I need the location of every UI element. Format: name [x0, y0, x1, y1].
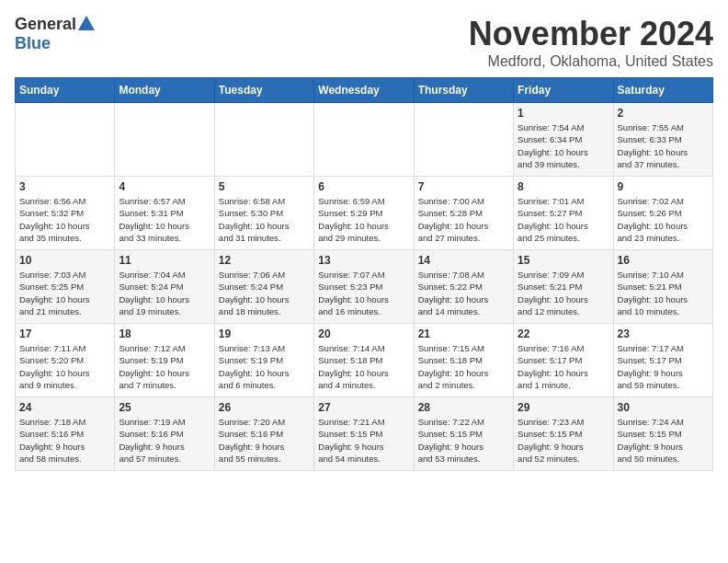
calendar-cell: 9Sunrise: 7:02 AM Sunset: 5:26 PM Daylig… [613, 177, 712, 250]
day-number: 27 [318, 401, 409, 414]
day-number: 16 [618, 254, 709, 267]
day-info: Sunrise: 6:56 AM Sunset: 5:32 PM Dayligh… [19, 195, 110, 244]
day-number: 6 [318, 180, 409, 193]
day-info: Sunrise: 7:23 AM Sunset: 5:15 PM Dayligh… [518, 416, 609, 465]
day-number: 9 [618, 180, 709, 193]
calendar-cell: 13Sunrise: 7:07 AM Sunset: 5:23 PM Dayli… [314, 250, 414, 324]
day-info: Sunrise: 6:59 AM Sunset: 5:29 PM Dayligh… [318, 195, 409, 244]
day-number: 10 [19, 254, 110, 267]
calendar-cell [115, 103, 214, 177]
column-header-wednesday: Wednesday [314, 78, 414, 103]
calendar-cell: 19Sunrise: 7:13 AM Sunset: 5:19 PM Dayli… [214, 324, 313, 397]
day-number: 4 [119, 180, 210, 193]
calendar-week-row: 1Sunrise: 7:54 AM Sunset: 6:34 PM Daylig… [16, 103, 713, 177]
day-info: Sunrise: 7:19 AM Sunset: 5:16 PM Dayligh… [119, 416, 210, 465]
day-info: Sunrise: 7:21 AM Sunset: 5:15 PM Dayligh… [318, 416, 409, 465]
day-number: 17 [19, 327, 110, 340]
day-number: 19 [219, 327, 310, 340]
day-number: 8 [518, 180, 609, 193]
day-number: 13 [318, 254, 409, 267]
calendar-week-row: 24Sunrise: 7:18 AM Sunset: 5:16 PM Dayli… [16, 397, 713, 471]
location-title: Medford, Oklahoma, United States [469, 53, 713, 70]
calendar-cell: 23Sunrise: 7:17 AM Sunset: 5:17 PM Dayli… [613, 324, 712, 397]
calendar-cell: 30Sunrise: 7:24 AM Sunset: 5:15 PM Dayli… [613, 397, 712, 471]
calendar-cell: 20Sunrise: 7:14 AM Sunset: 5:18 PM Dayli… [314, 324, 414, 397]
calendar-cell [414, 103, 513, 177]
calendar-week-row: 17Sunrise: 7:11 AM Sunset: 5:20 PM Dayli… [16, 324, 713, 397]
calendar-cell: 12Sunrise: 7:06 AM Sunset: 5:24 PM Dayli… [214, 250, 313, 324]
logo-icon [78, 16, 95, 30]
day-info: Sunrise: 7:22 AM Sunset: 5:15 PM Dayligh… [418, 416, 509, 465]
calendar-cell [16, 103, 115, 177]
day-info: Sunrise: 7:55 AM Sunset: 6:33 PM Dayligh… [618, 121, 709, 170]
column-header-saturday: Saturday [613, 78, 712, 103]
day-number: 14 [418, 254, 509, 267]
column-header-friday: Friday [514, 78, 613, 103]
day-info: Sunrise: 6:57 AM Sunset: 5:31 PM Dayligh… [119, 195, 210, 244]
svg-marker-0 [78, 16, 95, 30]
calendar-cell: 25Sunrise: 7:19 AM Sunset: 5:16 PM Dayli… [115, 397, 214, 471]
day-info: Sunrise: 7:11 AM Sunset: 5:20 PM Dayligh… [19, 342, 110, 391]
day-number: 20 [318, 327, 409, 340]
logo: General Blue [15, 15, 95, 53]
calendar-cell: 28Sunrise: 7:22 AM Sunset: 5:15 PM Dayli… [414, 397, 513, 471]
day-number: 18 [119, 327, 210, 340]
day-info: Sunrise: 7:12 AM Sunset: 5:19 PM Dayligh… [119, 342, 210, 391]
calendar-cell: 15Sunrise: 7:09 AM Sunset: 5:21 PM Dayli… [514, 250, 613, 324]
calendar-cell: 4Sunrise: 6:57 AM Sunset: 5:31 PM Daylig… [115, 177, 214, 250]
day-info: Sunrise: 7:04 AM Sunset: 5:24 PM Dayligh… [119, 269, 210, 317]
header: General Blue November 2024 Medford, Okla… [15, 15, 713, 70]
day-number: 22 [518, 327, 609, 340]
day-info: Sunrise: 7:10 AM Sunset: 5:21 PM Dayligh… [618, 269, 709, 317]
day-number: 1 [518, 107, 609, 120]
calendar-cell: 17Sunrise: 7:11 AM Sunset: 5:20 PM Dayli… [16, 324, 115, 397]
column-header-tuesday: Tuesday [214, 78, 313, 103]
logo-blue-text: Blue [15, 34, 51, 52]
day-number: 25 [119, 401, 210, 414]
calendar-cell: 18Sunrise: 7:12 AM Sunset: 5:19 PM Dayli… [115, 324, 214, 397]
day-info: Sunrise: 7:02 AM Sunset: 5:26 PM Dayligh… [618, 195, 709, 244]
calendar-cell: 6Sunrise: 6:59 AM Sunset: 5:29 PM Daylig… [314, 177, 414, 250]
calendar-table: SundayMondayTuesdayWednesdayThursdayFrid… [15, 77, 713, 471]
day-info: Sunrise: 7:16 AM Sunset: 5:17 PM Dayligh… [518, 342, 609, 391]
day-info: Sunrise: 7:13 AM Sunset: 5:19 PM Dayligh… [219, 342, 310, 391]
day-info: Sunrise: 7:03 AM Sunset: 5:25 PM Dayligh… [19, 269, 110, 317]
day-number: 28 [418, 401, 509, 414]
day-number: 15 [518, 254, 609, 267]
day-number: 12 [219, 254, 310, 267]
day-info: Sunrise: 7:07 AM Sunset: 5:23 PM Dayligh… [318, 269, 409, 317]
column-header-thursday: Thursday [414, 78, 513, 103]
title-section: November 2024 Medford, Oklahoma, United … [469, 15, 713, 70]
logo-general-text: General [15, 15, 76, 34]
calendar-cell: 8Sunrise: 7:01 AM Sunset: 5:27 PM Daylig… [514, 177, 613, 250]
day-info: Sunrise: 7:09 AM Sunset: 5:21 PM Dayligh… [518, 269, 609, 317]
calendar-cell: 10Sunrise: 7:03 AM Sunset: 5:25 PM Dayli… [16, 250, 115, 324]
calendar-cell: 29Sunrise: 7:23 AM Sunset: 5:15 PM Dayli… [514, 397, 613, 471]
calendar-cell: 5Sunrise: 6:58 AM Sunset: 5:30 PM Daylig… [214, 177, 313, 250]
day-info: Sunrise: 7:08 AM Sunset: 5:22 PM Dayligh… [418, 269, 509, 317]
day-info: Sunrise: 7:00 AM Sunset: 5:28 PM Dayligh… [418, 195, 509, 244]
day-number: 29 [518, 401, 609, 414]
day-number: 21 [418, 327, 509, 340]
calendar-cell: 22Sunrise: 7:16 AM Sunset: 5:17 PM Dayli… [514, 324, 613, 397]
calendar-week-row: 3Sunrise: 6:56 AM Sunset: 5:32 PM Daylig… [16, 177, 713, 250]
day-info: Sunrise: 7:06 AM Sunset: 5:24 PM Dayligh… [219, 269, 310, 317]
calendar-cell [214, 103, 313, 177]
calendar-cell: 21Sunrise: 7:15 AM Sunset: 5:18 PM Dayli… [414, 324, 513, 397]
day-number: 30 [618, 401, 709, 414]
day-info: Sunrise: 7:24 AM Sunset: 5:15 PM Dayligh… [618, 416, 709, 465]
day-info: Sunrise: 7:01 AM Sunset: 5:27 PM Dayligh… [518, 195, 609, 244]
calendar-cell: 24Sunrise: 7:18 AM Sunset: 5:16 PM Dayli… [16, 397, 115, 471]
day-info: Sunrise: 7:15 AM Sunset: 5:18 PM Dayligh… [418, 342, 509, 391]
day-info: Sunrise: 7:17 AM Sunset: 5:17 PM Dayligh… [618, 342, 709, 391]
day-info: Sunrise: 7:18 AM Sunset: 5:16 PM Dayligh… [19, 416, 110, 465]
day-number: 26 [219, 401, 310, 414]
day-number: 5 [219, 180, 310, 193]
month-title: November 2024 [469, 15, 713, 53]
day-info: Sunrise: 7:54 AM Sunset: 6:34 PM Dayligh… [518, 121, 609, 170]
day-number: 23 [618, 327, 709, 340]
calendar-cell: 1Sunrise: 7:54 AM Sunset: 6:34 PM Daylig… [514, 103, 613, 177]
calendar-cell: 11Sunrise: 7:04 AM Sunset: 5:24 PM Dayli… [115, 250, 214, 324]
calendar-cell: 27Sunrise: 7:21 AM Sunset: 5:15 PM Dayli… [314, 397, 414, 471]
calendar-cell: 3Sunrise: 6:56 AM Sunset: 5:32 PM Daylig… [16, 177, 115, 250]
